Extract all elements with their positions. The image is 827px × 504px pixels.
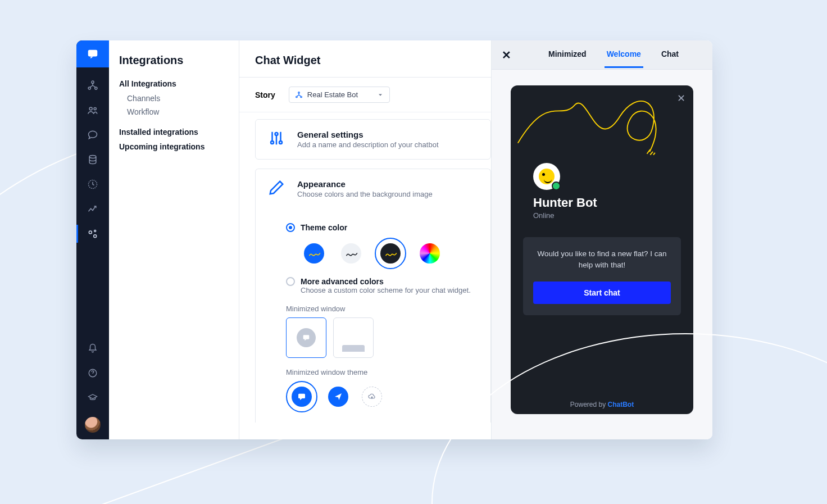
cards-area: General settings Add a name and descript…: [239, 112, 491, 423]
sidebar-item-workflow[interactable]: Workflow: [119, 105, 229, 119]
preview-tabs: ✕ Minimized Welcome Chat: [492, 40, 712, 70]
svg-point-17: [279, 141, 282, 144]
theme-swatches: [286, 232, 478, 274]
brand-logo[interactable]: [76, 40, 109, 67]
rail-item-database[interactable]: [76, 148, 109, 171]
story-row: Story Real Estate Bot: [239, 78, 491, 112]
user-avatar[interactable]: [85, 417, 101, 433]
card-appearance: Appearance Choose colors and the backgro…: [255, 169, 491, 423]
rail-item-chat[interactable]: [76, 124, 109, 146]
rail-bottom: [76, 337, 109, 439]
svg-point-6: [89, 156, 96, 158]
minimized-window-label: Minimized window: [286, 305, 478, 313]
story-label: Story: [255, 90, 275, 99]
theme-color-label: Theme color: [301, 223, 347, 232]
rail-item-history[interactable]: [76, 173, 109, 196]
sidebar: Integrations All Integrations Channels W…: [109, 40, 239, 439]
nav-rail: [76, 40, 109, 439]
svg-point-8: [89, 231, 92, 234]
svg-point-1: [92, 81, 94, 83]
page-title: Chat Widget: [255, 54, 475, 67]
main-panel: Chat Widget Story Real Estate Bot Genera…: [239, 40, 492, 439]
svg-point-16: [275, 133, 278, 135]
pencil-icon: [268, 179, 286, 198]
minimized-theme-options: [286, 381, 478, 412]
advanced-colors-option[interactable]: More advanced colors: [286, 277, 478, 286]
min-window-bar[interactable]: [333, 317, 374, 358]
rail-icons: [76, 67, 109, 245]
swatch-dark[interactable]: [375, 238, 406, 269]
svg-point-10: [94, 230, 96, 232]
bot-welcome-card: Would you like to find a new flat? I can…: [523, 237, 681, 315]
rail-item-learn[interactable]: [76, 387, 109, 409]
bot-status: Online: [533, 211, 555, 220]
bot-avatar: [533, 163, 560, 190]
swatch-blue[interactable]: [301, 240, 328, 267]
tab-minimized[interactable]: Minimized: [546, 42, 589, 68]
svg-point-9: [94, 235, 97, 238]
sidebar-all-integrations[interactable]: All Integrations: [119, 79, 229, 88]
story-select[interactable]: Real Estate Bot: [289, 87, 390, 103]
svg-point-12: [298, 92, 300, 93]
powered-by: Powered by ChatBot: [511, 401, 693, 408]
radio-unchecked-icon: [286, 277, 295, 286]
chat-widget-preview: ✕ Hunter Bot Online Would you like to fi…: [511, 85, 693, 414]
appearance-title: Appearance: [297, 179, 433, 189]
rail-item-notifications[interactable]: [76, 337, 109, 360]
card-general-settings[interactable]: General settings Add a name and descript…: [255, 119, 491, 160]
svg-point-15: [271, 141, 274, 144]
rail-item-help[interactable]: [76, 362, 109, 384]
rail-item-integrations[interactable]: [76, 223, 109, 245]
svg-rect-19: [298, 394, 305, 398]
general-settings-desc: Add a name and description of your chatb…: [297, 140, 439, 149]
sidebar-upcoming[interactable]: Upcoming integrations: [119, 142, 229, 151]
svg-rect-0: [88, 50, 98, 57]
advanced-colors-desc: Choose a custom color scheme for your ch…: [286, 286, 478, 294]
preview-panel: ✕ Minimized Welcome Chat ✕ Hunter Bot On…: [492, 40, 712, 439]
main-header: Chat Widget: [239, 40, 491, 78]
story-select-value: Real Estate Bot: [307, 90, 358, 99]
swatch-light[interactable]: [338, 240, 365, 267]
decorative-squiggle: [515, 88, 690, 164]
bot-welcome-message: Would you like to find a new flat? I can…: [533, 248, 671, 271]
sidebar-installed[interactable]: Installed integrations: [119, 128, 229, 137]
rail-item-people[interactable]: [76, 99, 109, 121]
start-chat-button[interactable]: Start chat: [533, 281, 671, 304]
app-window: Integrations All Integrations Channels W…: [76, 40, 712, 439]
svg-rect-18: [303, 335, 310, 339]
min-theme-chat[interactable]: [286, 381, 317, 412]
minimized-window-theme-label: Minimized window theme: [286, 368, 478, 376]
preview-close-icon[interactable]: ✕: [498, 48, 515, 62]
sliders-icon: [268, 130, 286, 149]
advanced-colors-label: More advanced colors: [301, 277, 384, 286]
svg-point-4: [89, 107, 92, 110]
min-window-bubble[interactable]: [286, 317, 326, 358]
tab-welcome[interactable]: Welcome: [605, 42, 643, 68]
rail-item-analytics[interactable]: [76, 198, 109, 220]
widget-close-icon[interactable]: ✕: [677, 92, 685, 105]
min-theme-upload[interactable]: [359, 384, 385, 410]
svg-point-5: [94, 107, 96, 110]
powered-prefix: Powered by: [570, 401, 608, 408]
powered-brand[interactable]: ChatBot: [608, 401, 634, 408]
chevron-down-icon: [377, 92, 384, 98]
appearance-desc: Choose colors and the background image: [297, 190, 433, 198]
radio-checked-icon: [286, 223, 295, 232]
min-theme-send[interactable]: [325, 384, 351, 410]
sidebar-title: Integrations: [119, 54, 229, 67]
tree-icon: [295, 91, 303, 99]
theme-color-option[interactable]: Theme color: [286, 223, 478, 232]
tab-chat[interactable]: Chat: [659, 42, 681, 68]
bot-name: Hunter Bot: [533, 196, 597, 210]
rail-item-tree[interactable]: [76, 74, 109, 97]
sidebar-item-channels[interactable]: Channels: [119, 92, 229, 105]
swatch-custom-color[interactable]: [416, 240, 443, 267]
general-settings-title: General settings: [297, 130, 439, 139]
phone-wrap: ✕ Hunter Bot Online Would you like to fi…: [492, 70, 712, 439]
minimized-window-options: [286, 317, 478, 358]
